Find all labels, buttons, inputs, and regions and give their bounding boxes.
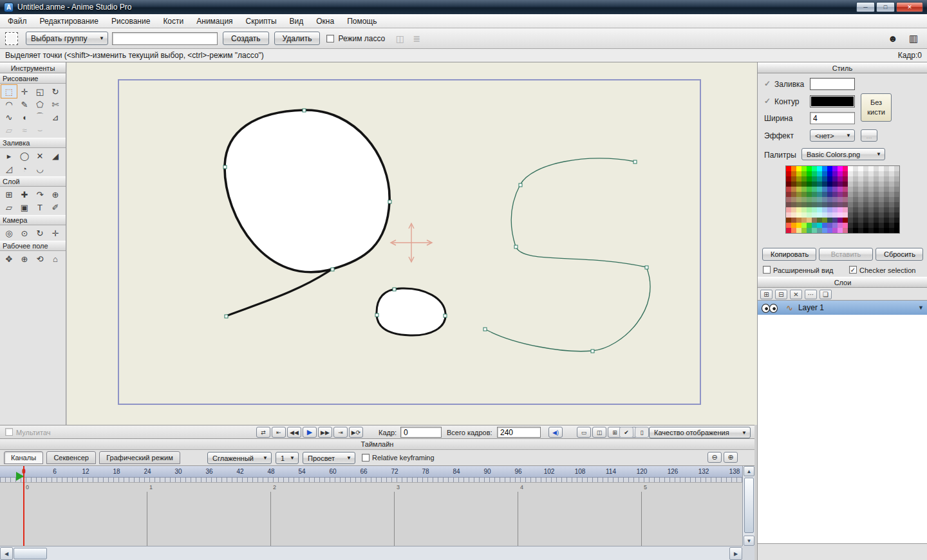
new-layer-type-button[interactable]: ⊟: [775, 290, 787, 299]
palette-swatch[interactable]: [812, 207, 817, 212]
palette-swatch[interactable]: [863, 171, 868, 176]
palette-swatch[interactable]: [796, 187, 801, 192]
palette-swatch[interactable]: [822, 228, 827, 233]
palette-swatch[interactable]: [879, 218, 884, 223]
menu-item-4[interactable]: Анимация: [190, 15, 239, 28]
palette-swatch[interactable]: [827, 218, 832, 223]
palette-swatch[interactable]: [822, 218, 827, 223]
palette-swatch[interactable]: [801, 207, 807, 212]
palette-swatch[interactable]: [817, 207, 822, 212]
palette-swatch[interactable]: [879, 187, 884, 192]
palette-swatch[interactable]: [858, 187, 863, 192]
palette-swatch[interactable]: [812, 187, 817, 192]
visibility-eyes-icon[interactable]: [762, 304, 777, 312]
new-layer-button[interactable]: ⊞: [760, 290, 772, 299]
select-points-tool[interactable]: ⬚: [1, 85, 17, 98]
control-point[interactable]: [483, 328, 487, 331]
palette-swatch[interactable]: [812, 176, 817, 182]
palette-swatch[interactable]: [889, 166, 894, 171]
palette-swatch[interactable]: [853, 212, 858, 218]
control-point[interactable]: [591, 350, 594, 353]
palette-swatch[interactable]: [874, 218, 879, 223]
palette-swatch[interactable]: [889, 228, 894, 233]
palette-swatch[interactable]: [879, 202, 884, 207]
palette-swatch[interactable]: [853, 182, 858, 187]
palette-swatch[interactable]: [791, 182, 796, 187]
palette-swatch[interactable]: [832, 197, 838, 202]
palette-swatch[interactable]: [838, 228, 843, 233]
palette-swatch[interactable]: [884, 182, 889, 187]
palette-swatch[interactable]: [791, 171, 796, 176]
menu-item-3[interactable]: Кости: [156, 15, 190, 28]
control-point[interactable]: [303, 109, 306, 112]
safe-zone-button[interactable]: ▯: [635, 427, 649, 438]
palette-swatch[interactable]: [858, 176, 863, 182]
menu-item-0[interactable]: Файл: [1, 15, 33, 28]
palette-swatch[interactable]: [807, 207, 812, 212]
palette-swatch[interactable]: [879, 212, 884, 218]
palette-swatch[interactable]: [822, 212, 827, 218]
menu-item-1[interactable]: Редактирование: [33, 15, 105, 28]
palette-swatch[interactable]: [843, 197, 848, 202]
palette-swatch[interactable]: [858, 182, 863, 187]
palette-swatch[interactable]: [858, 197, 863, 202]
palette-swatch[interactable]: [796, 218, 801, 223]
palette-swatch[interactable]: [791, 176, 796, 182]
delete-layer-button[interactable]: ✕: [790, 290, 802, 299]
palette-swatch[interactable]: [817, 192, 822, 197]
line-width-tool[interactable]: ◔: [17, 162, 32, 175]
palette-swatch[interactable]: [786, 182, 791, 187]
palette-swatch[interactable]: [853, 192, 858, 197]
vector-shape-blob[interactable]: [225, 110, 389, 272]
palette-swatch[interactable]: [894, 212, 899, 218]
select-shape-tool[interactable]: ▸: [1, 149, 17, 162]
delete-button[interactable]: Удалить: [274, 32, 321, 45]
scroll-up-icon[interactable]: ▲: [744, 466, 754, 476]
menu-item-7[interactable]: Окна: [310, 15, 341, 28]
palette-swatch[interactable]: [807, 176, 812, 182]
insert-text-tool[interactable]: T: [32, 201, 48, 214]
palette-swatch[interactable]: [879, 228, 884, 233]
control-point[interactable]: [444, 314, 447, 317]
roll-camera-tool[interactable]: ↻: [32, 227, 48, 239]
palette-swatch[interactable]: [786, 212, 791, 218]
palette-swatch[interactable]: [863, 207, 868, 212]
palette-swatch[interactable]: [863, 182, 868, 187]
palette-swatch[interactable]: [884, 218, 889, 223]
palette-swatch[interactable]: [832, 228, 838, 233]
tab-graph-mode[interactable]: Графический режим: [99, 451, 180, 464]
palette-swatch[interactable]: [874, 166, 879, 171]
palette-swatch[interactable]: [884, 197, 889, 202]
palette-swatch[interactable]: [884, 223, 889, 228]
palette-swatch[interactable]: [848, 176, 853, 182]
palette-swatch[interactable]: [807, 182, 812, 187]
close-button[interactable]: ✕: [896, 2, 923, 12]
palette-swatch[interactable]: [786, 207, 791, 212]
palette-swatch[interactable]: [817, 187, 822, 192]
palette-swatch[interactable]: [879, 223, 884, 228]
palette-swatch[interactable]: [843, 202, 848, 207]
palette-swatch[interactable]: [889, 171, 894, 176]
palette-swatch[interactable]: [807, 218, 812, 223]
palette-swatch[interactable]: [853, 166, 858, 171]
delete-edge-tool[interactable]: ✄: [48, 98, 63, 111]
palette-swatch[interactable]: [786, 192, 791, 197]
palette-swatch[interactable]: [863, 223, 868, 228]
palette-swatch[interactable]: [853, 207, 858, 212]
palette-swatch[interactable]: [838, 207, 843, 212]
palette-swatch[interactable]: [817, 197, 822, 202]
palette-swatch[interactable]: [786, 166, 791, 171]
step-forward-button[interactable]: ▶▶: [318, 427, 332, 438]
hide-edge-tool[interactable]: ◿: [1, 162, 17, 175]
palette-swatch[interactable]: [853, 223, 858, 228]
palette-swatch[interactable]: [858, 223, 863, 228]
palette-swatch[interactable]: [848, 207, 853, 212]
palette-swatch[interactable]: [801, 197, 807, 202]
palette-swatch[interactable]: [801, 218, 807, 223]
actions-panel-icon[interactable]: ☻: [885, 32, 901, 46]
palette-swatch[interactable]: [838, 197, 843, 202]
palette-swatch[interactable]: [843, 166, 848, 171]
palette-swatch[interactable]: [863, 218, 868, 223]
effect-dropdown[interactable]: <нет> ▼: [810, 129, 855, 142]
palette-swatch[interactable]: [894, 207, 899, 212]
